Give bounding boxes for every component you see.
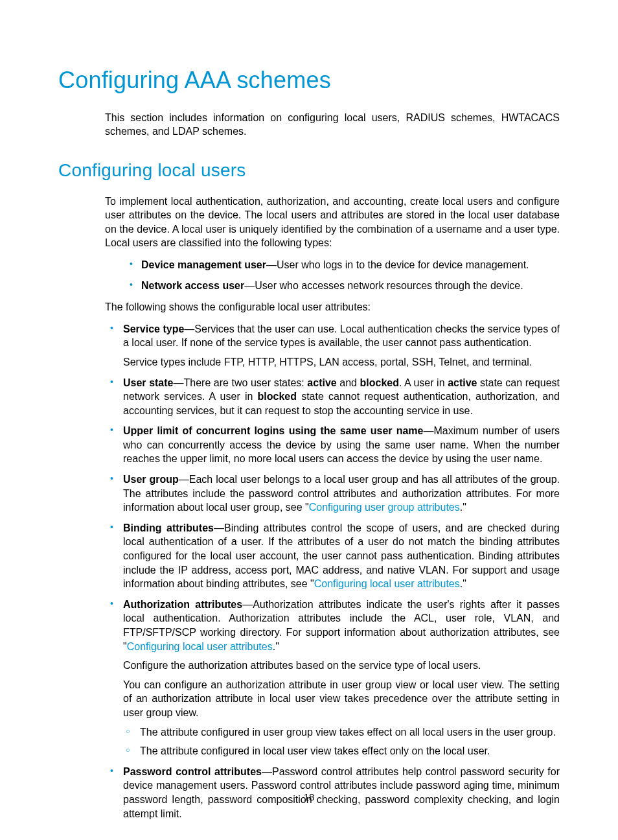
heading-1: Configuring AAA schemes (58, 65, 560, 97)
list-item-authorization: Authorization attributes—Authorization a… (105, 598, 560, 758)
bold-term: User state (123, 377, 173, 388)
bold-term: Password control attributes (123, 766, 262, 777)
sub-list-item: The attribute configured in local user v… (123, 744, 560, 758)
seg: —There are two user states: (173, 377, 307, 388)
term-desc: —Services that the user can use. Local a… (123, 323, 560, 349)
list-item: Network access user—User who accesses ne… (105, 279, 560, 293)
list-item-binding: Binding attributes—Binding attributes co… (105, 521, 560, 591)
list-item: Device management user—User who logs in … (105, 258, 560, 272)
attrs-lead-paragraph: The following shows the configurable loc… (105, 300, 560, 314)
sub-paragraph: Configure the authorization attributes b… (123, 659, 560, 673)
user-type-list: Device management user—User who logs in … (105, 258, 560, 292)
sub-paragraph: You can configure an authorization attri… (123, 678, 560, 720)
term-desc-tail: ." (273, 641, 279, 652)
bold-term: Device management user (141, 259, 266, 270)
cross-ref-link[interactable]: Configuring local user attributes (314, 578, 460, 589)
intro-paragraph: This section includes information on con… (105, 111, 560, 139)
sub-paragraph: Service types include FTP, HTTP, HTTPS, … (123, 355, 560, 369)
section-body: To implement local authentication, autho… (105, 194, 560, 821)
term-desc-tail: ." (460, 578, 466, 589)
bold-inline: active (448, 377, 477, 388)
cross-ref-link[interactable]: Configuring user group attributes (309, 502, 460, 513)
bold-inline: blocked (360, 377, 399, 388)
list-item-service-type: Service type—Services that the user can … (105, 322, 560, 369)
local-users-paragraph: To implement local authentication, autho… (105, 194, 560, 250)
intro-block: This section includes information on con… (105, 111, 560, 139)
page-number: 18 (0, 791, 618, 804)
term-desc: —User who accesses network resources thr… (244, 280, 523, 291)
list-item-user-state: User state—There are two user states: ac… (105, 376, 560, 418)
bold-term: Upper limit of concurrent logins using t… (123, 425, 423, 436)
bold-term: Binding attributes (123, 522, 214, 533)
bold-inline: active (307, 377, 336, 388)
attribute-list: Service type—Services that the user can … (105, 322, 560, 821)
list-item-upper-limit: Upper limit of concurrent logins using t… (105, 424, 560, 466)
bold-term: Network access user (141, 280, 244, 291)
bold-inline: blocked (258, 391, 297, 402)
bold-term: Service type (123, 323, 184, 334)
seg: and (337, 377, 360, 388)
term-desc-tail: ." (460, 502, 466, 513)
sub-list: The attribute configured in user group v… (123, 725, 560, 758)
seg: . A user in (399, 377, 448, 388)
heading-2: Configuring local users (58, 158, 560, 183)
page-content: Configuring AAA schemes This section inc… (0, 0, 618, 821)
cross-ref-link[interactable]: Configuring local user attributes (127, 641, 273, 652)
term-desc: —User who logs in to the device for devi… (266, 259, 529, 270)
sub-list-item: The attribute configured in user group v… (123, 725, 560, 740)
bold-term: Authorization attributes (123, 599, 242, 610)
list-item-user-group: User group—Each local user belongs to a … (105, 472, 560, 515)
bold-term: User group (123, 474, 179, 485)
